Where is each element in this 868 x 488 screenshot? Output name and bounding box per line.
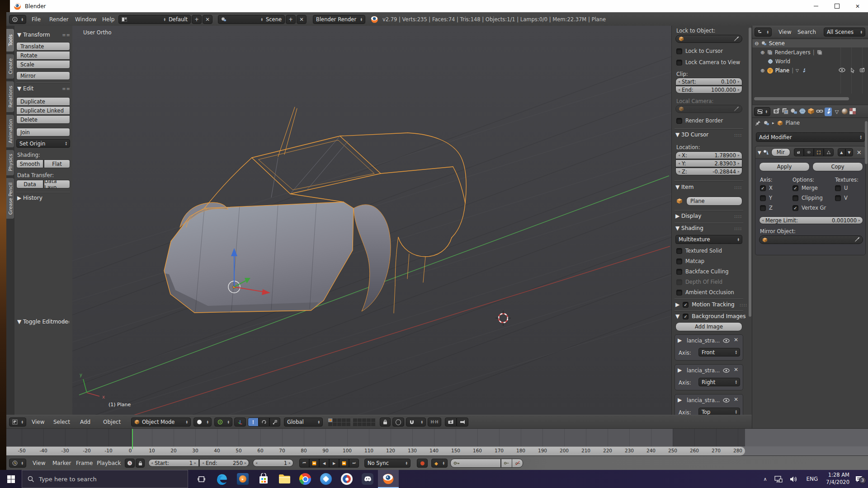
- keying-set-dropdown[interactable]: ◆ ▴▾: [431, 459, 448, 468]
- outliner-h-scrollbar[interactable]: [754, 97, 849, 100]
- tab-object-icon[interactable]: [807, 108, 815, 116]
- sync-dropdown[interactable]: No Sync ▴▾: [364, 459, 410, 468]
- edge-icon[interactable]: [212, 470, 232, 488]
- current-frame-field[interactable]: ◂1▸: [253, 459, 293, 467]
- breadcrumb-object-name[interactable]: Plane: [786, 120, 800, 126]
- translate-manipulator-button[interactable]: [248, 418, 259, 427]
- matcap-row[interactable]: Matcap: [676, 258, 704, 264]
- data-button[interactable]: Data: [16, 180, 43, 188]
- backface-culling-row[interactable]: Backface Culling: [676, 268, 729, 275]
- texture-u-checkbox[interactable]: [835, 185, 841, 191]
- axis-y-row[interactable]: Y: [760, 195, 772, 201]
- tab-modifiers-icon[interactable]: [825, 108, 832, 116]
- layer-toggle[interactable]: [362, 418, 366, 422]
- layer-toggle[interactable]: [346, 422, 350, 426]
- outliner-item-label[interactable]: Plane: [775, 67, 790, 74]
- task-view-button[interactable]: [191, 470, 212, 488]
- pin-icon[interactable]: [755, 120, 761, 126]
- outliner-item-label[interactable]: Scene: [769, 40, 785, 47]
- lock-camera-checkbox[interactable]: [676, 60, 682, 66]
- viewport-menu-object[interactable]: Object: [103, 415, 121, 429]
- timeline-editor-dropdown[interactable]: ▴▾: [9, 459, 26, 468]
- tab-tools[interactable]: Tools: [6, 28, 14, 52]
- end-frame-field[interactable]: ◂End:250▸: [199, 459, 249, 467]
- modifier-expand-icon[interactable]: ▼: [758, 150, 761, 155]
- smooth-button[interactable]: Smooth: [16, 160, 43, 168]
- restrict-render-camera-icon[interactable]: [860, 68, 866, 73]
- bg-image-axis-dropdown[interactable]: Front ▴▾: [698, 348, 740, 357]
- viewport-menu-view[interactable]: View: [32, 415, 44, 429]
- merge-row[interactable]: Merge: [793, 185, 818, 191]
- outliner-filter-dropdown[interactable]: All Scenes ▴▾: [824, 28, 865, 37]
- layer-toggle[interactable]: [337, 422, 341, 426]
- next-keyframe-button[interactable]: ⏩: [339, 459, 349, 468]
- mirror-object-field[interactable]: [759, 235, 863, 244]
- mode-dropdown[interactable]: Object Mode ▴▾: [131, 418, 191, 427]
- outliner-row-renderlayers[interactable]: ⊕ RenderLayers |: [752, 48, 868, 56]
- bg-image-axis-dropdown[interactable]: Top ▴▾: [698, 408, 740, 415]
- layer-toggle[interactable]: [353, 422, 357, 426]
- mirror-button[interactable]: Mirror: [16, 71, 70, 80]
- layer-1-active[interactable]: [328, 418, 332, 422]
- axis-x-row[interactable]: X: [760, 185, 773, 191]
- notification-center-icon[interactable]: 3: [853, 475, 868, 483]
- lock-to-scene-toggle[interactable]: [380, 418, 391, 427]
- panel-grip[interactable]: ::::: [734, 226, 742, 231]
- axis-z-row[interactable]: Z: [760, 205, 773, 211]
- layer-toggle[interactable]: [333, 418, 337, 422]
- timeline-ruler[interactable]: -50-40-30-20-100102030405060708090100110…: [6, 446, 868, 455]
- taskbar-clock[interactable]: 1:28 AM 7/4/2020: [822, 472, 853, 486]
- lock-to-cursor-row[interactable]: Lock to Cursor: [676, 48, 723, 54]
- maximize-button[interactable]: [826, 0, 847, 12]
- outliner-menu-search[interactable]: Search: [797, 26, 816, 38]
- start-frame-field[interactable]: ◂Start:1▸: [148, 459, 199, 467]
- item-name-field[interactable]: Plane: [686, 197, 742, 206]
- menu-help[interactable]: Help: [102, 13, 114, 26]
- modifier-move-up-button[interactable]: ▲: [838, 148, 845, 156]
- timeline-tracks[interactable]: [6, 428, 868, 447]
- modifier-name-field[interactable]: Mir: [771, 148, 790, 156]
- viewport-menu-select[interactable]: Select: [53, 415, 70, 429]
- panel-grip[interactable]: ::::: [734, 132, 742, 137]
- rotate-manipulator-button[interactable]: [259, 418, 269, 427]
- file-explorer-icon[interactable]: [274, 470, 295, 488]
- tab-animation[interactable]: Animation: [6, 114, 14, 148]
- eye-icon[interactable]: [723, 338, 730, 343]
- tab-physics[interactable]: Physics: [6, 150, 14, 176]
- menu-render[interactable]: Render: [49, 13, 69, 26]
- jump-to-start-button[interactable]: ⏮: [299, 459, 309, 468]
- remove-icon[interactable]: ✕: [734, 366, 738, 373]
- layer-toggle[interactable]: [353, 418, 357, 422]
- menu-window[interactable]: Window: [75, 13, 96, 26]
- minimize-button[interactable]: [806, 0, 826, 12]
- lock-to-object-field[interactable]: [675, 35, 742, 43]
- clip-end-field[interactable]: ◂End:1000.000▸: [675, 86, 742, 94]
- delete-button[interactable]: Delete: [16, 115, 70, 124]
- restrict-view-eye-icon[interactable]: [839, 68, 845, 73]
- eyedropper-icon[interactable]: [733, 106, 739, 112]
- tab-grease-pencil[interactable]: Grease Pencil: [6, 178, 14, 219]
- discord-icon[interactable]: [357, 470, 378, 488]
- outliner-row-world[interactable]: World: [752, 57, 868, 66]
- layer-toggle[interactable]: [367, 422, 371, 426]
- panel-grip[interactable]: ≡≡: [62, 86, 71, 91]
- copy-button[interactable]: Copy: [812, 162, 863, 171]
- panel-grip[interactable]: ::::: [734, 185, 742, 190]
- taskbar-search-box[interactable]: Type here to search: [22, 470, 188, 488]
- tab-create[interactable]: Create: [6, 54, 14, 79]
- snap-toggle[interactable]: ▴▾: [406, 418, 426, 427]
- network-icon[interactable]: [771, 476, 786, 483]
- axis-z-checkbox[interactable]: [760, 205, 766, 211]
- textured-solid-checkbox[interactable]: [676, 248, 682, 254]
- panel-grip[interactable]: ::::: [734, 214, 742, 219]
- timeline-menu-view[interactable]: View: [33, 456, 45, 470]
- menu-file[interactable]: File: [32, 13, 41, 26]
- scene-selector[interactable]: ▴▾ Scene: [218, 15, 285, 24]
- panel-header-background-images[interactable]: ▼ Background Images: [675, 313, 745, 319]
- eyedropper-icon[interactable]: [733, 36, 739, 42]
- expand-icon[interactable]: ▶: [678, 397, 682, 403]
- layer-toggle[interactable]: [342, 418, 346, 422]
- powerdvd-icon[interactable]: ▸: [232, 470, 253, 488]
- cursor-z-field[interactable]: ◂Z:-0.28844▸: [675, 168, 742, 175]
- clipping-checkbox[interactable]: [793, 195, 798, 201]
